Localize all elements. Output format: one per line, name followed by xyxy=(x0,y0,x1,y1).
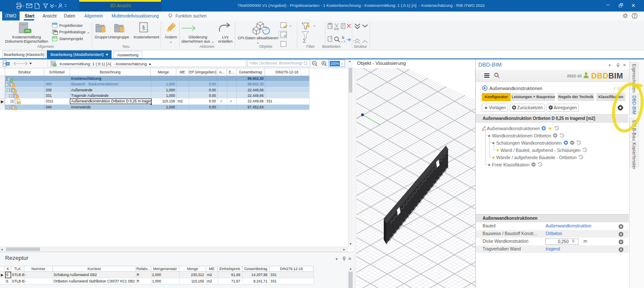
svg-text:c: c xyxy=(344,39,345,43)
svg-text:§: § xyxy=(142,24,145,31)
